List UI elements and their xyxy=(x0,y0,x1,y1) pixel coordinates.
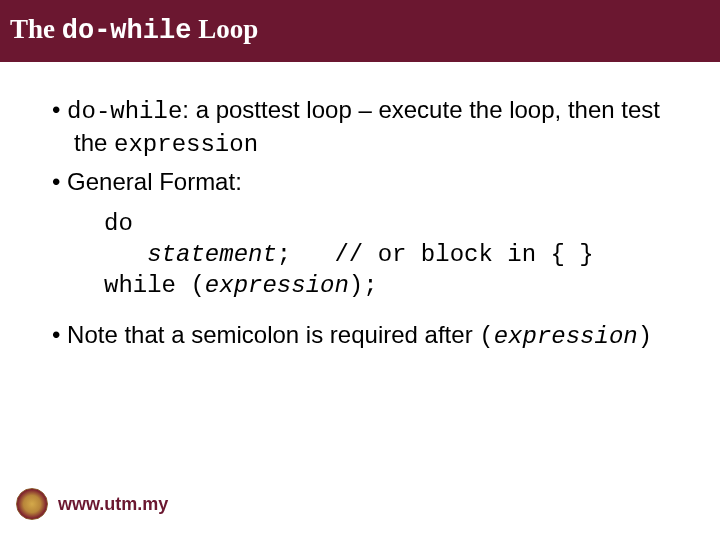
slide-footer: www.utm.my xyxy=(16,488,168,520)
bullet-list-2: Note that a semicolon is required after … xyxy=(40,319,680,352)
bullet3-code-expr: expression xyxy=(494,323,638,350)
bullet-item-1: do-while: a posttest loop – execute the … xyxy=(40,94,680,160)
title-code: do-while xyxy=(62,16,192,46)
bullet3-code-open: ( xyxy=(479,323,493,350)
bullet-item-3: Note that a semicolon is required after … xyxy=(40,319,680,352)
bullet-list: do-while: a posttest loop – execute the … xyxy=(40,94,680,198)
code-line3b: ); xyxy=(349,272,378,299)
utm-logo-icon xyxy=(16,488,48,520)
bullet1-code2: expression xyxy=(114,131,258,158)
slide-title-bar: The do-while Loop xyxy=(0,0,720,62)
code-line2b: ; // or block in { } xyxy=(277,241,594,268)
bullet-item-2: General Format: xyxy=(40,166,680,197)
code-line3a: while ( xyxy=(104,272,205,299)
bullet1-code1: do-while xyxy=(67,98,182,125)
bullet3-code-close: ) xyxy=(638,323,652,350)
code-line2a xyxy=(104,241,147,268)
title-text-part1: The xyxy=(10,14,62,44)
code-block: do statement; // or block in { } while (… xyxy=(40,208,680,302)
code-line2-stmt: statement xyxy=(147,241,277,268)
code-line3-expr: expression xyxy=(205,272,349,299)
bullet3-text1: Note that a semicolon is required after xyxy=(67,321,479,348)
footer-url: www.utm.my xyxy=(58,494,168,515)
title-text-part2: Loop xyxy=(191,14,258,44)
slide-content: do-while: a posttest loop – execute the … xyxy=(0,62,720,352)
bullet2-text: General Format: xyxy=(67,168,242,195)
code-line1: do xyxy=(104,210,133,237)
